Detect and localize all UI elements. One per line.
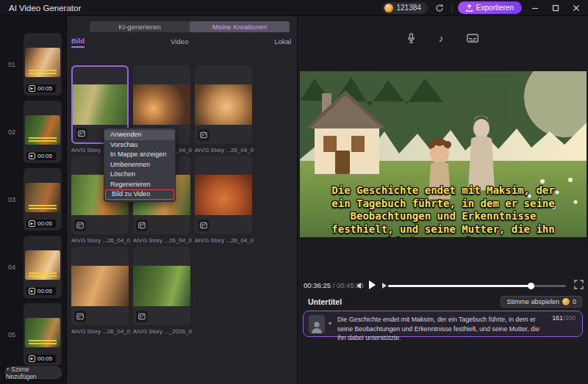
scene-list[interactable]: 01 ▶ 00:05 02 (0, 28, 66, 376)
coin-icon (384, 4, 393, 12)
subtitle-line: Die Geschichte endet mit Maksim, der (300, 184, 587, 198)
subtitles-heading: Untertitel (308, 297, 342, 306)
progress-handle[interactable] (528, 283, 534, 289)
scene-duration-badge: ▶ 00:05 (26, 152, 56, 160)
library-thumbnail (195, 84, 252, 125)
scene-duration-badge: ▶ 00:05 (26, 355, 56, 363)
preview-panel: ♪ (298, 16, 588, 384)
library-item[interactable] (71, 247, 129, 325)
image-icon (74, 220, 86, 231)
tab-meine-kreationen[interactable]: Meine Kreationen (190, 21, 290, 32)
title-bar: AI Video Generator 121384 Exportieren (0, 0, 588, 16)
library-item-name: AIVG Story ...26_04_02(5) (195, 147, 254, 153)
library-thumbnail (133, 84, 190, 125)
subtitle-line: Beobachtungen und Erkenntnisse (300, 210, 587, 223)
app-window: AI Video Generator 121384 Exportieren (0, 0, 588, 384)
subtab-lokal[interactable]: Lokal (274, 37, 291, 47)
scene-thumbnail (25, 250, 60, 280)
subtitle-entry-text[interactable]: Die Geschichte endet mit Maksim, der ein… (337, 315, 550, 343)
previous-frame-button[interactable] (356, 283, 361, 289)
menu-item-regenerieren[interactable]: Regenerieren (104, 180, 175, 190)
menu-item-bild-zu-video[interactable]: Bild zu Video (105, 189, 174, 200)
titlebar-actions: 121384 Exportieren (382, 1, 588, 15)
scene-duration: 00:05 (37, 288, 52, 294)
video-preview-frame[interactable]: Die Geschichte endet mit Maksim, der ein… (300, 71, 587, 237)
scene-item-02[interactable]: 02 ▶ 00:05 (0, 101, 66, 163)
voice-cost: 0 (573, 298, 576, 305)
menu-item-vorschau[interactable]: Vorschau (104, 140, 175, 151)
scene-duration-badge: ▶ 00:05 (26, 287, 56, 295)
play-icon: ▶ (29, 153, 35, 159)
menu-item-anwenden[interactable]: Anwenden (104, 130, 175, 140)
library-tab-bar: KI-generieren Meine Kreationen (90, 21, 290, 32)
microphone-icon[interactable] (407, 33, 415, 43)
export-label: Exportieren (476, 4, 514, 12)
scene-duration: 00:05 (37, 153, 52, 159)
scene-item-03[interactable]: 03 ▶ 00:05 (0, 168, 66, 231)
music-icon[interactable]: ♪ (439, 34, 444, 43)
chevron-down-icon[interactable]: ▾ (329, 320, 331, 327)
scene-item-01[interactable]: 01 ▶ 00:05 (0, 33, 66, 95)
char-counter: 161/300 (552, 314, 576, 322)
subtitle-line: festhielt, und seine Mutter, die ihn (300, 223, 587, 236)
library-item-name: AIVG Story ...26_04_02(4) (71, 237, 130, 244)
maximize-button[interactable] (548, 1, 563, 15)
play-voice-button[interactable]: Stimme abspielen 0 (501, 296, 582, 308)
menu-item-loeschen[interactable]: Löschen (104, 170, 175, 180)
scene-caption-lines (29, 275, 57, 277)
library-item[interactable] (133, 247, 190, 325)
voice-avatar[interactable] (309, 315, 325, 333)
library-panel: KI-generieren Meine Kreationen Bild Vide… (66, 16, 298, 384)
scene-card[interactable]: ▶ 00:05 (24, 33, 62, 95)
scene-item-05[interactable]: 05 ▶ 00:05 (0, 303, 66, 366)
tab-ki-generieren[interactable]: KI-generieren (90, 21, 190, 32)
play-icon: ▶ (29, 85, 35, 92)
scene-card[interactable]: ▶ 00:05 (24, 236, 62, 298)
fullscreen-icon[interactable] (574, 280, 584, 290)
subtab-bild[interactable]: Bild (71, 37, 85, 48)
library-item-name: AIVG Story ...26_04_02(1) (71, 328, 130, 335)
scene-card[interactable]: ▶ 00:05 (24, 101, 62, 163)
play-button[interactable] (369, 280, 376, 289)
playback-controls: 00:36:25 / 00:45:23 (298, 279, 587, 292)
scene-thumbnail (25, 318, 60, 347)
scene-duration-badge: ▶ 00:05 (26, 220, 56, 228)
progress-fill (388, 285, 531, 287)
scene-sidebar: 01 ▶ 00:05 02 (0, 16, 66, 384)
subtab-video[interactable]: Video (171, 37, 188, 47)
scene-thumbnail (25, 48, 60, 77)
library-item[interactable] (195, 156, 252, 234)
image-icon (76, 128, 87, 140)
scene-card[interactable]: ▶ 00:05 (24, 303, 62, 366)
menu-item-in-mappe-anzeigen[interactable]: In Mappe anzeigen (104, 150, 175, 160)
scene-number: 05 (0, 303, 24, 366)
close-button[interactable] (569, 1, 584, 15)
subtitles-cc-icon[interactable] (467, 34, 478, 43)
image-icon (74, 311, 86, 322)
library-subtab-bar: Bild Video Lokal (71, 37, 291, 47)
coin-balance[interactable]: 121384 (382, 2, 427, 14)
char-limit: /300 (563, 314, 576, 322)
minimize-button[interactable] (528, 1, 542, 15)
next-frame-button[interactable] (382, 283, 387, 289)
library-item-name: AIVG Story ...26_04_02(3) (133, 237, 192, 244)
scene-caption-lines (29, 140, 57, 142)
context-menu: Anwenden Vorschau In Mappe anzeigen Umbe… (104, 128, 176, 202)
subtitles-header: Untertitel Stimme abspielen 0 (298, 296, 587, 309)
scene-item-04[interactable]: 04 ▶ 00:05 (0, 236, 66, 298)
export-button[interactable]: Exportieren (458, 1, 522, 14)
library-item[interactable] (195, 65, 252, 144)
refresh-icon[interactable] (434, 2, 445, 14)
image-icon (136, 220, 148, 231)
progress-bar[interactable] (388, 285, 566, 287)
coin-count: 121384 (396, 4, 420, 12)
menu-item-umbenennen[interactable]: Umbenennen (104, 160, 175, 170)
add-scene-button[interactable]: + Szene hinzufügen (5, 366, 62, 379)
scene-thumbnail (25, 183, 60, 212)
scene-card[interactable]: ▶ 00:05 (24, 168, 62, 231)
scene-duration: 00:05 (37, 85, 52, 92)
subtitle-entry[interactable]: ▾ Die Geschichte endet mit Maksim, der e… (303, 311, 583, 337)
subtitle-line: dabei unterstützte. (300, 236, 587, 237)
play-icon: ▶ (29, 355, 35, 362)
scene-number: 03 (0, 168, 24, 231)
